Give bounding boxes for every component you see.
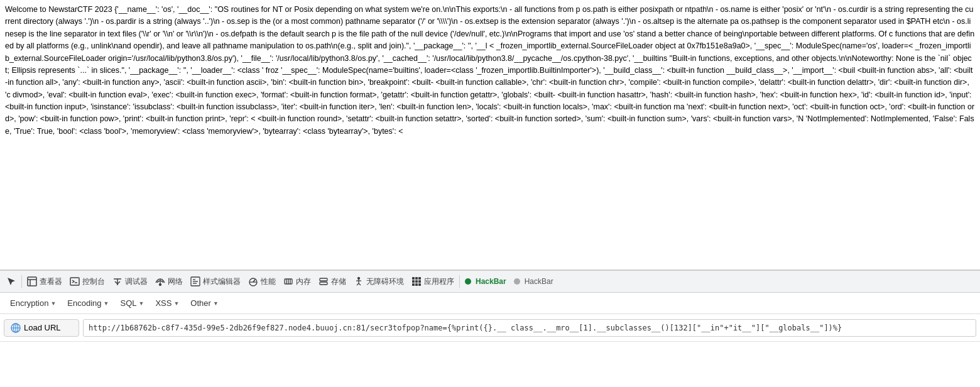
network-label: 网络 [168,276,183,287]
storage-label: 存储 [331,276,346,287]
svg-rect-0 [28,277,36,286]
other-label: Other [190,298,211,308]
load-url-button[interactable]: Load URL [4,319,79,337]
encoding-arrow-icon: ▼ [104,300,109,307]
encryption-arrow-icon: ▼ [50,300,56,307]
hackbar2-dot-icon [514,278,520,285]
svg-rect-28 [418,277,421,280]
sql-arrow-icon: ▼ [139,300,144,307]
network-icon [155,276,165,286]
cursor-icon [6,276,16,286]
xss-arrow-icon: ▼ [173,300,179,307]
svg-rect-19 [320,278,327,281]
svg-rect-27 [415,277,418,280]
svg-rect-34 [418,283,421,286]
debugger-label: 调试器 [125,276,148,287]
devtools-network[interactable]: 网络 [151,271,187,292]
devtools-style[interactable]: 样式编辑器 [187,271,244,292]
accessibility-label: 无障碍环境 [366,276,404,287]
apps-label: 应用程序 [424,276,454,287]
xss-label: XSS [155,298,172,308]
svg-rect-26 [412,277,415,280]
svg-point-21 [358,278,360,280]
other-menu[interactable]: Other ▼ [185,296,223,310]
devtools-accessibility[interactable]: 无障碍环境 [350,271,408,292]
sql-menu[interactable]: SQL ▼ [115,296,149,310]
main-content-area: Welcome to NewstarCTF 2023 {'__name__': … [0,0,980,270]
devtools-separator-2 [459,275,460,288]
inspector-icon [27,276,37,286]
devtools-console[interactable]: 控制台 [66,271,109,292]
devtools-separator-1 [21,275,22,288]
devtools-toolbar: 查看器 控制台 调试器 网络 [0,270,980,293]
sql-label: SQL [120,298,136,308]
svg-point-7 [160,284,161,286]
devtools-inspector[interactable]: 查看器 [23,271,66,292]
svg-rect-20 [320,282,327,285]
accessibility-icon [354,276,364,286]
apps-icon [411,276,422,286]
svg-rect-32 [412,283,415,286]
url-input[interactable] [83,319,976,337]
svg-rect-31 [418,280,421,283]
devtools-memory[interactable]: 内存 [280,271,315,292]
devtools-performance[interactable]: 性能 [244,271,280,292]
console-icon [70,276,80,286]
load-url-label: Load URL [24,323,61,332]
xss-menu[interactable]: XSS ▼ [150,296,184,310]
devtools-debugger[interactable]: 调试器 [109,271,151,292]
encoding-menu[interactable]: Encoding ▼ [62,296,114,310]
encryption-label: Encryption [10,298,48,308]
memory-label: 内存 [296,276,311,287]
devtools-storage[interactable]: 存储 [315,271,350,292]
devtools-hackbar2[interactable]: HackBar [510,271,557,292]
style-label: 样式编辑器 [203,276,241,287]
load-url-row: Load URL [0,314,980,342]
devtools-cursor[interactable] [3,271,20,292]
memory-icon [283,276,293,286]
performance-icon [248,276,258,286]
hackbar1-dot-icon [465,278,471,285]
style-icon [190,276,200,286]
svg-rect-33 [415,283,418,286]
hackbar-toolbar: Encryption ▼ Encoding ▼ SQL ▼ XSS ▼ Othe… [0,293,980,314]
svg-rect-29 [412,280,415,283]
other-arrow-icon: ▼ [213,300,219,307]
encryption-menu[interactable]: Encryption ▼ [5,296,61,310]
devtools-apps[interactable]: 应用程序 [408,271,458,292]
svg-line-25 [359,283,361,285]
svg-rect-30 [415,280,418,283]
globe-icon [11,323,21,333]
encoding-label: Encoding [67,298,101,308]
storage-icon [318,276,329,286]
console-label: 控制台 [82,276,105,287]
debugger-icon [112,276,122,286]
performance-label: 性能 [261,276,276,287]
hackbar2-label: HackBar [525,277,553,286]
page-text: Welcome to NewstarCTF 2023 {'__name__': … [5,5,974,136]
hackbar1-label: HackBar [476,277,506,286]
devtools-hackbar1[interactable]: HackBar [461,271,510,292]
inspector-label: 查看器 [40,276,62,287]
